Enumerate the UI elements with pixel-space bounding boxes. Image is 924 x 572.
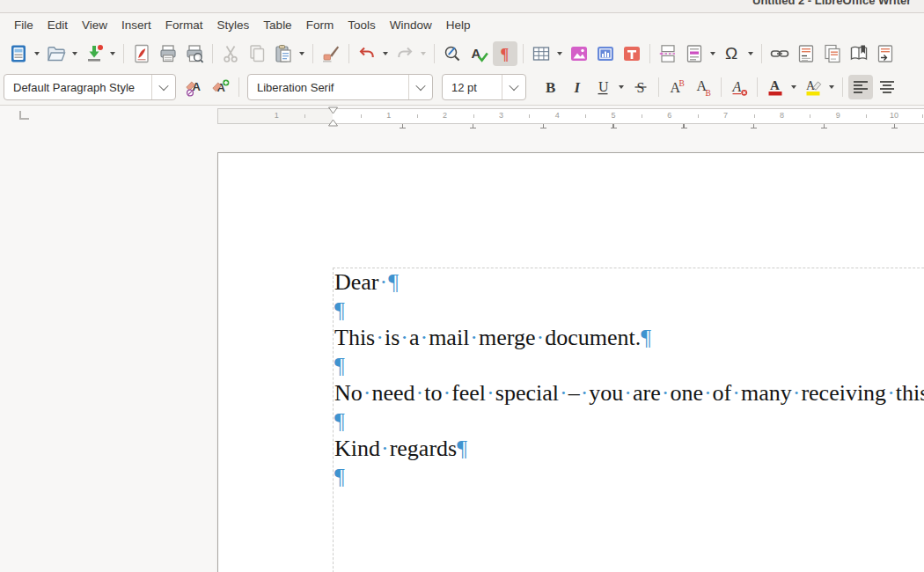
indent-marker-icon[interactable] [327,106,339,127]
open-button[interactable] [44,41,69,66]
export-pdf-button[interactable] [129,41,154,66]
insert-field-button[interactable] [682,41,707,66]
paragraph-line[interactable]: ¶ [334,297,924,325]
formatting-marks-button[interactable]: ¶ [493,41,517,66]
menu-insert[interactable]: Insert [114,13,158,38]
open-dropdown[interactable] [72,52,77,55]
paste-button[interactable] [271,41,296,66]
underline-button[interactable]: U [590,75,615,99]
pilcrow-mark: ¶ [334,464,345,489]
print-preview-button[interactable] [182,41,207,66]
redo-button [392,41,417,66]
toolbar-separator [649,44,650,63]
align-center-button[interactable] [875,75,899,99]
special-character-dropdown[interactable] [748,52,753,55]
pilcrow-mark: ¶ [334,408,345,434]
font-color-dropdown[interactable] [791,85,796,89]
new-document-dropdown[interactable] [34,52,40,55]
print-button[interactable] [156,41,180,66]
paragraph-style-dropdown[interactable] [152,75,175,99]
text-boundary[interactable]: Dear·¶¶This·is·a·mail·merge·document.¶¶N… [333,268,924,572]
tab-stop-icon [540,124,546,128]
insert-textbox-button[interactable] [620,41,644,66]
font-size-combo[interactable]: 12 pt [442,74,526,100]
menu-window[interactable]: Window [383,13,439,38]
hyperlink-button[interactable] [767,41,792,66]
highlight-color-button[interactable]: A [801,75,825,99]
insert-chart-button[interactable] [593,41,618,66]
ruler-number: 1 [275,111,279,120]
paragraph-line[interactable]: ¶ [334,463,924,491]
menu-format[interactable]: Format [158,13,210,38]
new-document-button[interactable] [6,41,31,66]
menu-tools[interactable]: Tools [341,13,383,38]
font-size-dropdown[interactable] [502,75,525,99]
highlight-color-dropdown[interactable] [829,85,834,89]
underline-dropdown[interactable] [619,85,624,89]
undo-dropdown[interactable] [383,52,388,55]
save-button[interactable] [82,41,106,66]
align-left-button[interactable] [848,75,873,99]
new-style-button[interactable]: A [209,75,233,99]
update-style-button[interactable]: A [182,75,207,99]
paragraph-line[interactable]: ¶ [334,407,924,436]
svg-text:B: B [546,79,555,96]
insert-table-button[interactable] [529,41,554,66]
ruler-tick [417,114,418,118]
menu-styles[interactable]: Styles [210,13,257,38]
font-name-dropdown[interactable] [409,75,432,99]
libreoffice-writer-window: { "window_title": "Untitled 2 - LibreOff… [0,0,924,572]
bold-button[interactable]: B [538,75,562,99]
find-replace-button[interactable] [440,41,465,66]
menu-form[interactable]: Form [299,13,341,38]
clone-formatting-button[interactable] [319,41,343,66]
menu-help[interactable]: Help [439,13,478,38]
save-icon [84,43,105,64]
font-name-combo[interactable]: Liberation Serif [247,74,433,100]
insert-table-dropdown[interactable] [557,52,562,55]
undo-button[interactable] [355,41,379,66]
paragraph-style-combo[interactable]: Default Paragraph Style [4,74,176,100]
undo-icon [356,43,378,64]
find-replace-icon [442,43,463,64]
paragraph-line[interactable]: This·is·a·mail·merge·document.¶ [334,324,924,352]
italic-button[interactable]: I [564,75,589,99]
paste-dropdown[interactable] [299,52,304,55]
insert-image-button[interactable] [567,41,591,66]
menu-view[interactable]: View [75,13,114,38]
insert-cross-reference-button[interactable] [873,41,898,66]
title-bar: Untitled 2 - LibreOffice Writer [0,0,924,13]
paragraph-line[interactable]: Kind·regards¶ [334,435,924,463]
page-break-button[interactable] [656,41,680,66]
space-mark: · [419,325,429,350]
menu-edit[interactable]: Edit [40,13,75,38]
menu-file[interactable]: File [7,13,40,38]
horizontal-ruler[interactable]: 112345678910 [217,108,924,124]
space-mark: · [661,380,671,406]
insert-field-dropdown[interactable] [710,52,715,55]
superscript-button[interactable]: AB [664,75,689,99]
clear-formatting-button[interactable]: A [727,75,752,99]
ruler-number: 9 [836,111,840,120]
insert-image-icon [568,43,590,64]
paragraph-line[interactable]: Dear·¶ [334,268,924,297]
insert-bookmark-button[interactable] [847,41,871,66]
space-mark: · [379,269,389,295]
insert-footnote-button[interactable] [794,41,818,66]
document-text[interactable]: Dear·¶¶This·is·a·mail·merge·document.¶¶N… [334,268,924,490]
ruler-number: 10 [890,111,898,120]
special-character-button[interactable]: Ω [720,41,744,66]
menu-table[interactable]: Table [256,13,298,38]
toolbar-separator [434,44,435,63]
paragraph-line[interactable]: ¶ [334,352,924,380]
svg-text:Ω: Ω [725,44,737,62]
paragraph-line[interactable]: No·need·to·feel·special·–·you·are·one·of… [334,379,924,407]
spelling-button[interactable]: A [466,41,491,66]
insert-endnote-button[interactable] [820,41,845,66]
strikethrough-button[interactable]: S [628,75,653,99]
tab-stop-selector-icon[interactable] [19,111,29,120]
save-dropdown[interactable] [110,52,115,55]
word: receiving [801,380,886,406]
subscript-button[interactable]: AB [691,75,715,99]
font-color-button[interactable]: A [763,75,788,99]
